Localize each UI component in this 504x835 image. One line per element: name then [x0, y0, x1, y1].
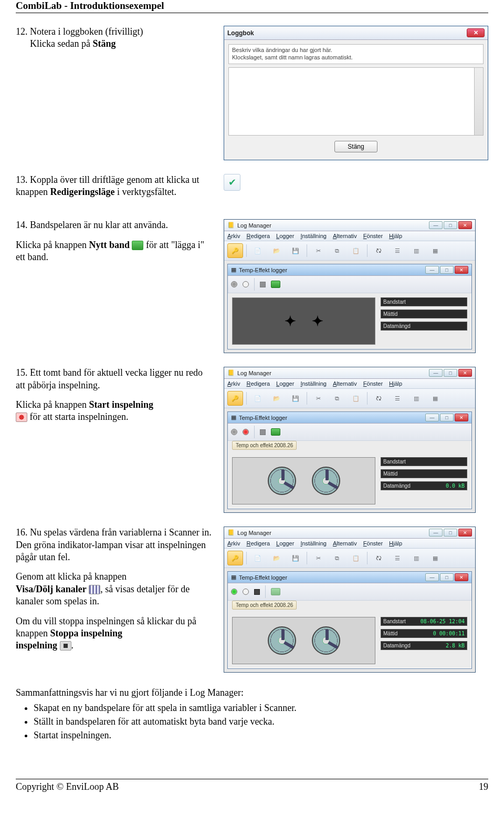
maximize-icon[interactable]: □ [444, 221, 457, 229]
close-icon[interactable]: ✕ [455, 266, 468, 274]
status-dot [231, 429, 237, 435]
tape-display [232, 457, 375, 504]
stop-icon[interactable] [260, 429, 266, 435]
stop-button[interactable] [254, 589, 260, 595]
lm-title: Log Manager [237, 530, 271, 536]
cross-icon: ✦ [285, 313, 296, 329]
lm-menubar[interactable]: ArkivRedigeraLoggerInställningAlternativ… [224, 379, 475, 389]
new-tape-button[interactable] [271, 281, 280, 288]
cross-icon: ✦ [312, 313, 323, 329]
reel-icon [312, 467, 340, 495]
status-dot-green [231, 589, 237, 595]
record-button[interactable] [243, 429, 249, 435]
save-icon[interactable]: 💾 [288, 243, 303, 258]
field-mattid: Mättid [381, 310, 467, 318]
status-dot-empty [243, 281, 249, 287]
menu-hjalp[interactable]: Hjälp [389, 233, 402, 239]
step-15-row: 15. Ett tomt band för aktuell vecka ligg… [16, 367, 488, 513]
lm-title: Log Manager [237, 222, 271, 229]
field-bandstart: Bandstart [381, 297, 467, 306]
page-header: CombiLab - Introduktionsexempel [16, 0, 488, 13]
new-tape-icon[interactable] [132, 241, 143, 250]
scroll-down-icon[interactable]: ▾ [476, 128, 482, 134]
key-icon[interactable]: 🔑 [227, 243, 243, 258]
new-tape-button[interactable] [271, 428, 280, 436]
channels-icon[interactable] [89, 585, 100, 594]
minimize-icon[interactable]: — [425, 266, 439, 274]
field-mattid: Mättid0 00:00:11 [381, 629, 467, 638]
new-tape-button[interactable] [271, 588, 280, 595]
maximize-icon[interactable]: □ [440, 266, 454, 274]
lm-title: Log Manager [237, 370, 271, 376]
step-13-text: 13. Koppla över till driftläge genom att… [16, 174, 212, 199]
field-datamangd: Datamängd0.0 kB [381, 481, 467, 490]
logmanager-window-15: 📒Log Manager — □ ✕ ArkivRedigeraLoggerIn… [224, 367, 476, 513]
tape2-icon[interactable]: ▦ [427, 243, 443, 258]
lm-menubar[interactable]: Arkiv Redigera Logger Inställning Altern… [224, 231, 475, 241]
tape-display: ✦ ✦ [232, 297, 375, 345]
copyright: Copyright © EnviLoop AB [16, 781, 119, 792]
field-bandstart: Bandstart08-06-25 12:04 [381, 617, 467, 626]
logmanager-window-16: 📒Log Manager —□✕ ArkivRedigeraLoggerInst… [224, 527, 476, 673]
field-mattid: Mättid [381, 469, 467, 478]
tape-icon[interactable]: ▥ [408, 243, 424, 258]
tape-display [232, 617, 375, 664]
new-icon[interactable]: 📄 [250, 243, 266, 258]
field-datamangd: Datamängd [381, 322, 467, 331]
field-datamangd: Datamängd2.8 kB [381, 641, 467, 650]
summary-item: Skapat en ny bandspelare för att spela i… [34, 702, 488, 714]
menu-arkiv[interactable]: Arkiv [227, 233, 240, 239]
tape-label: Temp och effekt 2008.26 [232, 441, 297, 450]
summary-item: Startat inspelningen. [34, 729, 488, 741]
step-16-row: 16. Nu spelas värdena från variablerna i… [16, 527, 488, 673]
app-icon: 📒 [227, 222, 235, 229]
refresh-icon[interactable]: 🗘 [371, 243, 386, 258]
scroll-up-icon[interactable]: ▴ [476, 69, 482, 75]
maximize-icon[interactable]: □ [444, 369, 457, 377]
step-14-row: 14. Bandspelaren är nu klar att använda.… [16, 219, 488, 353]
lm-menubar[interactable]: ArkivRedigeraLoggerInställningAlternativ… [224, 539, 475, 549]
minimize-icon[interactable]: — [429, 369, 443, 377]
key-icon[interactable]: 🔑 [227, 391, 243, 406]
list-icon[interactable]: ☰ [390, 243, 405, 258]
summary-intro: Sammanfattningsvis har vi nu gjort följa… [16, 686, 488, 699]
close-icon[interactable]: ✕ [458, 221, 472, 229]
edit-mode-icon[interactable]: ✔ [224, 174, 240, 191]
record-icon[interactable] [16, 413, 27, 422]
reel-icon [268, 467, 296, 495]
logger-icon: ▦ [231, 266, 236, 273]
record-button[interactable] [243, 589, 249, 595]
loggbok-textarea[interactable]: ▴ ▾ [228, 67, 484, 136]
minimize-icon[interactable]: — [429, 221, 443, 229]
stop-icon[interactable] [60, 641, 71, 651]
menu-redigera[interactable]: Redigera [246, 233, 270, 239]
app-icon: 📒 [227, 369, 235, 376]
step-15-text: 15. Ett tomt band för aktuell vecka ligg… [16, 367, 212, 424]
header-title: CombiLab - Introduktionsexempel [16, 0, 164, 11]
step-12-text: 12. Notera i loggboken (frivilligt) Klic… [16, 26, 212, 50]
logger-title: Temp-Effekt logger [239, 415, 287, 421]
logger-child-window: ▦Temp-Effekt logger — □ ✕ [227, 264, 472, 349]
summary: Sammanfattningsvis har vi nu gjort följa… [16, 686, 488, 741]
loggbok-close-button[interactable]: Stäng [334, 141, 377, 152]
open-icon[interactable]: 📂 [269, 243, 285, 258]
step-16-text: 16. Nu spelas värdena från variablerna i… [16, 527, 212, 652]
logmanager-window-14: 📒Log Manager — □ ✕ Arkiv Redigera Logger… [224, 219, 476, 353]
menu-logger[interactable]: Logger [276, 233, 294, 239]
stop-icon[interactable] [260, 282, 266, 287]
lm-toolbar: 🔑 📄 📂 💾 ✂ ⧉ 📋 🗘 ☰ ▥ ▦ [224, 241, 475, 261]
menu-alternativ[interactable]: Alternativ [333, 233, 357, 239]
page-footer: Copyright © EnviLoop AB 19 [16, 779, 488, 792]
page-number: 19 [479, 781, 488, 792]
logger-title: Temp-Effekt logger [239, 267, 287, 273]
cut-icon[interactable]: ✂ [310, 243, 326, 258]
reel-icon [312, 626, 340, 655]
close-icon[interactable]: ✕ [458, 369, 472, 377]
copy-icon[interactable]: ⧉ [329, 243, 345, 258]
field-bandstart: Bandstart [381, 457, 467, 466]
menu-installning[interactable]: Inställning [300, 233, 327, 239]
menu-fonster[interactable]: Fönster [363, 233, 383, 239]
step-13-row: 13. Koppla över till driftläge genom att… [16, 174, 488, 206]
close-icon[interactable]: ✕ [467, 28, 485, 37]
paste-icon[interactable]: 📋 [348, 243, 364, 258]
